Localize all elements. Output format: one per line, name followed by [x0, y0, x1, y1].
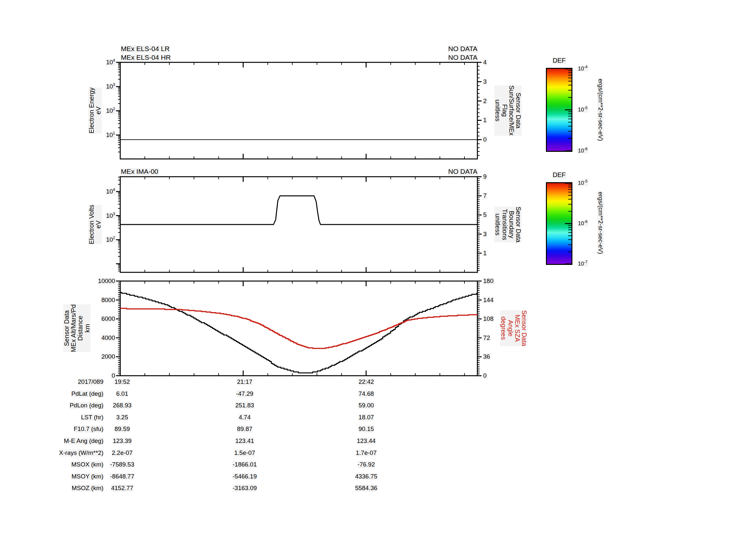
colorbar2-tick-10e-7: 10-7	[577, 261, 588, 267]
panel2-left-tick-10e4: 104	[105, 188, 116, 195]
table-value: 2.2e-07	[112, 449, 132, 456]
panel3-left-tick-8000: 8000	[101, 296, 116, 303]
panel3-left-tick-6000: 6000	[101, 316, 116, 322]
table-value: 89.87	[237, 425, 253, 433]
panel3-left-tick-2000: 2000	[101, 353, 116, 360]
table-value: 4336.75	[355, 473, 378, 480]
panel3-right-axis-title: Sensor DataMEx SZA Angledegrees	[500, 310, 528, 346]
table-value: 59.00	[359, 402, 374, 409]
panel2-nodata: NO DATA	[448, 168, 478, 175]
panel1-title-line1: MEx ELS-04 LR	[120, 45, 170, 53]
panel2-left-tick-10e2: 102	[105, 237, 116, 243]
panel1-left-tick-10e1: 101	[105, 132, 116, 139]
table-value: 4.74	[239, 414, 251, 421]
table-value: 123.44	[357, 437, 376, 445]
panel1-title-line2: MEx ELS-04 HR	[120, 54, 171, 62]
panel2-right-tick-7: 7	[483, 192, 487, 199]
table-value: 5584.36	[355, 485, 378, 492]
table-row-label: PdLat (deg)	[71, 390, 103, 397]
panel2-right-tick-9: 9	[483, 173, 487, 180]
colorbar-def-2-title: DEF	[552, 171, 566, 179]
table-value: 89.59	[114, 425, 130, 433]
table-row-label: PdLon (deg)	[69, 402, 103, 409]
panel2-right-axis-title: Sensor DataBoundary Transitionsunitless	[495, 206, 522, 242]
table-value: 90.15	[359, 425, 374, 433]
panel3-right-tick-0: 0	[483, 372, 487, 379]
panel3-right-tick-36: 36	[483, 353, 491, 360]
table-value: 123.41	[235, 437, 254, 445]
table-row-label: LST (hr)	[81, 414, 103, 421]
table-value: -7589.53	[110, 461, 134, 468]
table-row-label: MSOZ (km)	[72, 485, 103, 492]
panel3-right-tick-180: 180	[483, 278, 494, 285]
panel1-left-tick-10e4: 104	[105, 59, 116, 66]
panel1-nodata-line1: NO DATA	[448, 45, 478, 53]
panel1-nodata-line2: NO DATA	[448, 54, 478, 62]
panel3-right-tick-144: 144	[483, 296, 494, 303]
time-tick-label: 21:17	[237, 378, 253, 385]
panel1-right-tick-1: 1	[483, 117, 487, 124]
table-value: 1.7e-07	[356, 449, 377, 456]
colorbar-def-1	[546, 68, 572, 152]
panel2-title: MEx IMA-00	[120, 168, 159, 175]
panel3-left-tick-4000: 4000	[101, 335, 116, 342]
table-value: 1.5e-07	[234, 449, 255, 456]
colorbar2-tick-10e-6: 10-6	[577, 221, 588, 226]
table-value: 123.39	[113, 437, 132, 445]
table-row-label: MSOX (km)	[71, 461, 103, 468]
table-row-label: X-rays (W/m**2)	[59, 449, 103, 456]
panel1-right-tick-2: 2	[483, 98, 487, 104]
table-row-label: MSOY (km)	[71, 473, 103, 480]
table-value: 18.07	[359, 414, 374, 421]
colorbar1-tick-10e-6: 10-6	[577, 148, 588, 154]
panel1-right-tick-4: 4	[483, 59, 487, 66]
panel3-right-tick-72: 72	[483, 335, 491, 342]
table-value: 6.01	[116, 390, 128, 397]
panel2-left-axis-title: Electron VoltseV	[88, 205, 102, 244]
panel1-left-tick-10e3: 103	[105, 83, 116, 90]
colorbar-def-2-unit: ergs/(cm**2-sr-sec-eV)	[597, 191, 604, 254]
table-value: 4152.77	[111, 485, 133, 492]
time-tick-label: 19:52	[114, 378, 130, 385]
time-tick-label: 22:42	[359, 378, 374, 385]
table-value: -5466.19	[232, 473, 256, 480]
panel1-right-tick-0: 0	[483, 136, 487, 143]
colorbar1-tick-10e-5: 10-5	[577, 107, 588, 113]
table-value: -47.29	[236, 390, 254, 397]
panel2-right-tick-3: 3	[483, 231, 487, 238]
date-label: 2017/089	[78, 378, 103, 385]
panel3-right-tick-108: 108	[483, 316, 494, 322]
table-value: -3163.09	[232, 485, 256, 492]
table-value: -76.92	[358, 461, 375, 468]
colorbar-def-2	[546, 182, 572, 265]
colorbar-def-1-unit: ergs/(cm**2-sr-sec-eV)	[597, 79, 604, 141]
table-value: -8648.77	[110, 473, 134, 480]
panel1-left-axis-title: Electron EnergyeV	[88, 88, 102, 134]
panel1-right-axis-title: Sensor DataSun/Surface/MEx Flagunitless	[495, 85, 522, 136]
table-value: 251.83	[235, 402, 254, 409]
panel2-right-tick-5: 5	[483, 212, 487, 218]
panel1-right-tick-3: 3	[483, 79, 487, 85]
table-row-label: M-E Ang (deg)	[64, 437, 104, 445]
plot-page: MEx ELS-04 LR MEx ELS-04 HR NO DATA NO D…	[0, 0, 756, 534]
table-row-label: F10.7 (sfu)	[74, 425, 103, 433]
panel3-left-axis-title: Sensor DataMEx Alt/Mars/Pd Distancekm	[63, 304, 91, 352]
panel2-right-tick-1: 1	[483, 250, 487, 257]
table-value: -1866.01	[232, 461, 256, 468]
table-value: 74.68	[359, 390, 374, 397]
panel1-left-tick-10e2: 102	[105, 108, 116, 114]
panel3-left-tick-10000: 10000	[97, 278, 116, 285]
table-value: 268.93	[113, 402, 132, 409]
colorbar1-tick-10e-4: 10-4	[577, 66, 588, 72]
colorbar-def-1-title: DEF	[552, 57, 566, 64]
panel2-left-tick-10e3: 103	[105, 212, 116, 219]
table-value: 3.25	[116, 414, 128, 421]
colorbar2-tick-10e-5: 10-5	[577, 180, 588, 186]
